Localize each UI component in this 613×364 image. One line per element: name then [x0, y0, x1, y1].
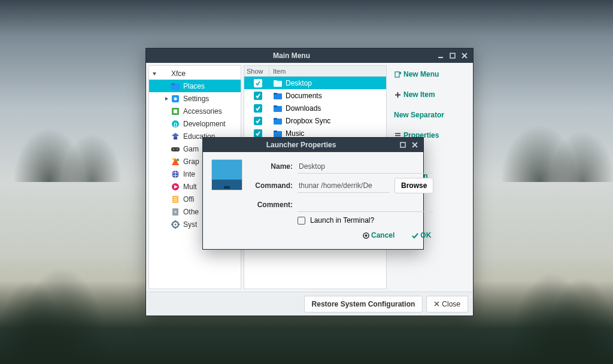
- svg-rect-48: [274, 131, 277, 132]
- main-menu-titlebar[interactable]: Main Menu: [146, 48, 473, 63]
- expander-icon: [163, 83, 169, 89]
- svg-rect-21: [177, 159, 179, 161]
- ok-button[interactable]: OK: [411, 231, 431, 239]
- games-icon: [171, 144, 180, 154]
- list-item-label: Music: [286, 129, 304, 138]
- cancel-icon: [362, 232, 369, 239]
- tree-item-label: Offi: [183, 195, 194, 204]
- show-checkbox[interactable]: [254, 117, 262, 125]
- action-new-menu[interactable]: New Menu: [394, 66, 468, 82]
- action-new-item[interactable]: New Item: [394, 87, 468, 102]
- props-close-button[interactable]: [410, 141, 420, 149]
- expander-icon: [163, 209, 169, 215]
- system-icon: [171, 220, 180, 229]
- tree-item-label: Mult: [183, 183, 197, 191]
- show-checkbox[interactable]: [254, 104, 262, 113]
- list-row[interactable]: Downloads: [244, 102, 386, 114]
- list-item-label: Dropbox Sync: [286, 117, 330, 125]
- internet-icon: [171, 169, 180, 179]
- expander-icon: [163, 108, 169, 114]
- tree-item-development[interactable]: {}Development: [149, 117, 241, 130]
- maximize-button[interactable]: [448, 51, 457, 60]
- folder-blue-icon: [171, 81, 180, 91]
- office-icon: [171, 195, 180, 204]
- name-input[interactable]: [298, 159, 433, 174]
- svg-marker-4: [153, 72, 156, 75]
- tree-item-settings[interactable]: Settings: [149, 92, 241, 105]
- svg-marker-14: [172, 133, 179, 138]
- minimize-button[interactable]: [436, 51, 445, 60]
- tree-item-places[interactable]: Places: [149, 80, 241, 92]
- action-label: New Menu: [403, 70, 439, 78]
- tree-item-accessories[interactable]: Accessories: [149, 105, 241, 117]
- show-checkbox[interactable]: [254, 129, 262, 138]
- other-icon: [171, 207, 180, 217]
- svg-point-32: [174, 211, 177, 213]
- tree-item-label: Places: [183, 82, 205, 90]
- props-maximize-button[interactable]: [398, 141, 408, 149]
- expander-icon: [163, 171, 169, 177]
- cancel-button[interactable]: Cancel: [362, 231, 394, 239]
- list-row[interactable]: Documents: [244, 89, 386, 102]
- expander-icon: [163, 96, 169, 102]
- svg-rect-15: [174, 137, 177, 139]
- expander-icon: [163, 121, 169, 127]
- folder-icon: [273, 104, 283, 113]
- action-new-separator[interactable]: New Separator: [394, 107, 468, 123]
- action-label: New Separator: [394, 111, 444, 119]
- launch-in-terminal-checkbox[interactable]: [298, 217, 305, 225]
- svg-text:{}: {}: [174, 122, 177, 127]
- list-item-label: Downloads: [286, 104, 321, 113]
- tree-item-label: Accessories: [183, 107, 222, 116]
- settings-blue-icon: [171, 94, 180, 104]
- list-item-label: Desktop: [286, 79, 312, 87]
- header-item[interactable]: Item: [269, 66, 386, 76]
- show-checkbox[interactable]: [254, 92, 262, 100]
- svg-point-20: [172, 158, 175, 160]
- props-titlebar[interactable]: Launcher Properties: [203, 138, 423, 152]
- list-row[interactable]: Desktop: [244, 77, 386, 89]
- graphics-icon: [171, 157, 180, 166]
- show-checkbox[interactable]: [254, 79, 262, 87]
- tree-item-label: Syst: [183, 220, 197, 229]
- svg-point-63: [365, 234, 367, 236]
- folder-icon: [273, 116, 283, 126]
- list-item-label: Documents: [286, 92, 322, 100]
- list-header: Show Item: [244, 66, 386, 77]
- browse-button[interactable]: Browse: [394, 178, 433, 193]
- header-show[interactable]: Show: [244, 66, 269, 76]
- plus-doc-icon: [394, 71, 401, 78]
- expander-icon: [151, 71, 157, 77]
- launcher-icon-preview[interactable]: [211, 159, 242, 242]
- comment-label: Comment:: [250, 201, 293, 209]
- list-row[interactable]: Dropbox Sync: [244, 114, 386, 127]
- svg-point-17: [173, 148, 174, 150]
- svg-rect-16: [171, 147, 180, 151]
- action-label: New Item: [403, 90, 435, 99]
- expander-icon: [163, 146, 169, 152]
- svg-rect-59: [400, 142, 405, 147]
- close-button[interactable]: [460, 51, 469, 60]
- none-icon: [159, 69, 168, 78]
- svg-rect-46: [274, 118, 277, 120]
- launcher-properties-window: Launcher Properties Name: Command: Brows…: [202, 137, 424, 250]
- close-window-button[interactable]: Close: [426, 296, 468, 313]
- expander-icon: [163, 159, 169, 165]
- name-label: Name:: [250, 162, 293, 171]
- command-input[interactable]: [298, 178, 390, 193]
- launch-in-terminal-label: Launch in Terminal?: [310, 216, 374, 225]
- folder-icon: [273, 78, 283, 88]
- plus-icon: [394, 91, 401, 98]
- main-menu-title: Main Menu: [150, 51, 433, 60]
- folder-icon: [273, 91, 283, 101]
- comment-input[interactable]: [298, 198, 433, 212]
- development-icon: {}: [171, 119, 180, 129]
- svg-point-34: [175, 223, 177, 225]
- tree-item-xfce[interactable]: Xfce: [149, 67, 241, 80]
- svg-rect-1: [450, 53, 455, 58]
- restore-configuration-button[interactable]: Restore System Configuration: [304, 296, 423, 313]
- check-icon: [411, 232, 418, 239]
- expander-icon: [163, 184, 169, 190]
- expander-icon: [163, 196, 169, 202]
- svg-marker-7: [165, 97, 168, 101]
